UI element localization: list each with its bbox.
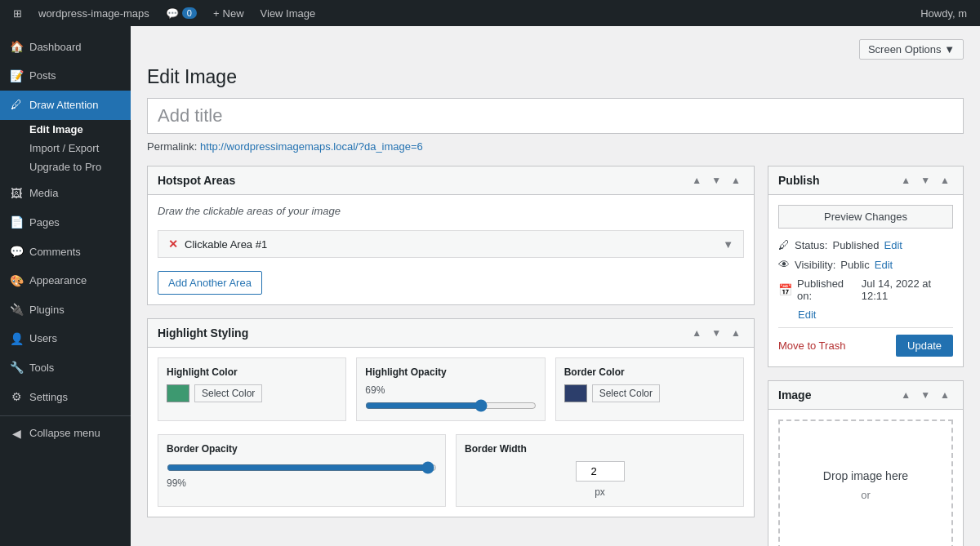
publish-controls: ▲ ▼ ▲	[898, 173, 953, 188]
publish-collapse-down[interactable]: ▼	[917, 173, 933, 188]
highlight-select-label: Select Color	[202, 388, 255, 399]
sidebar-sub-import-export[interactable]: Import / Export	[0, 139, 131, 158]
image-toggle[interactable]: ▲	[937, 388, 953, 402]
sidebar-sub-upgrade-pro[interactable]: Upgrade to Pro	[0, 158, 131, 176]
highlight-collapse-down[interactable]: ▼	[708, 326, 724, 340]
sidebar-item-label: Posts	[29, 69, 56, 83]
border-color-select-btn[interactable]: Select Color	[592, 384, 660, 402]
highlight-styling-header[interactable]: Highlight Styling ▲ ▼ ▲	[148, 319, 754, 348]
published-row: 📅 Published on: Jul 14, 2022 at 12:11	[778, 277, 953, 302]
screen-options-button[interactable]: Screen Options ▼	[859, 39, 964, 60]
sidebar-item-plugins[interactable]: 🔌 Plugins	[0, 295, 131, 325]
highlight-color-swatch[interactable]	[167, 384, 189, 402]
trash-link[interactable]: Move to Trash	[778, 340, 845, 352]
status-edit-link[interactable]: Edit	[884, 239, 902, 251]
border-width-row: px	[465, 461, 735, 498]
border-opacity-item: Border Opacity 99%	[158, 434, 446, 507]
image-header[interactable]: Image ▲ ▼ ▲	[768, 381, 963, 410]
publish-header[interactable]: Publish ▲ ▼ ▲	[768, 166, 963, 195]
highlight-color-row: Select Color	[167, 384, 337, 402]
highlight-opacity-label: Highlight Opacity	[365, 366, 536, 378]
update-button[interactable]: Update	[896, 335, 953, 357]
wp-logo-item[interactable]: ⊞	[7, 0, 29, 26]
image-body: Drop image here or Upload Image Media Li…	[768, 410, 963, 546]
editor-layout: Hotspot Areas ▲ ▼ ▲ Draw the clickable a…	[147, 166, 964, 546]
sidebar-sub-label: Import / Export	[29, 142, 99, 154]
border-width-input-row	[576, 461, 625, 482]
image-collapse-up[interactable]: ▲	[898, 388, 914, 402]
view-image-item[interactable]: View Image	[254, 0, 323, 26]
status-label: Status:	[795, 239, 827, 251]
image-collapse-down[interactable]: ▼	[917, 388, 933, 402]
border-color-label: Border Color	[564, 366, 735, 378]
permalink-link[interactable]: http://wordpressimagemaps.local/?da_imag…	[200, 140, 423, 153]
add-area-button[interactable]: Add Another Area	[158, 271, 262, 295]
comments-icon: 💬	[10, 244, 23, 260]
site-name-label: wordpress-image-maps	[38, 7, 149, 20]
update-label: Update	[907, 340, 942, 352]
metabox-collapse-up[interactable]: ▲	[688, 173, 705, 188]
content-main: Hotspot Areas ▲ ▼ ▲ Draw the clickable a…	[147, 166, 755, 546]
collapse-menu-item[interactable]: ◀ Collapse menu	[0, 419, 131, 449]
sidebar-item-posts[interactable]: 📝 Posts	[0, 62, 131, 91]
howdy-text: Howdy, m	[914, 7, 973, 20]
plus-icon: +	[213, 7, 220, 20]
metabox-collapse-down[interactable]: ▼	[708, 173, 724, 188]
visibility-label: Visibility:	[795, 259, 835, 271]
published-edit-link[interactable]: Edit	[798, 309, 816, 321]
styling-grid-bottom: Border Opacity 99% Border Width	[158, 434, 744, 507]
sidebar: 🏠 Dashboard 📝 Posts 🖊 Draw Attention Edi…	[0, 26, 131, 546]
appearance-icon: 🎨	[10, 273, 23, 290]
highlight-styling-title: Highlight Styling	[158, 326, 248, 340]
border-color-row: Select Color	[564, 384, 735, 402]
image-controls: ▲ ▼ ▲	[898, 388, 953, 402]
sidebar-item-draw-attention[interactable]: 🖊 Draw Attention	[0, 91, 131, 120]
sidebar-item-comments[interactable]: 💬 Comments	[0, 237, 131, 267]
highlight-opacity-slider[interactable]	[365, 399, 536, 412]
site-name-item[interactable]: wordpress-image-maps	[32, 0, 156, 26]
border-width-input[interactable]	[576, 461, 625, 482]
border-color-swatch[interactable]	[564, 384, 587, 402]
draw-attention-icon: 🖊	[10, 97, 23, 113]
drop-or-text: or	[861, 489, 871, 501]
visibility-edit-link[interactable]: Edit	[875, 259, 893, 271]
sidebar-item-dashboard[interactable]: 🏠 Dashboard	[0, 33, 131, 62]
sidebar-item-label: Comments	[29, 245, 81, 260]
sidebar-item-pages[interactable]: 📄 Pages	[0, 208, 131, 237]
sidebar-item-appearance[interactable]: 🎨 Appearance	[0, 267, 131, 296]
highlight-color-select-btn[interactable]: Select Color	[194, 384, 262, 402]
image-title: Image	[778, 388, 811, 402]
comments-count: 0	[182, 7, 197, 19]
posts-icon: 📝	[10, 69, 23, 85]
border-opacity-slider[interactable]	[167, 461, 437, 474]
screen-options-label: Screen Options	[868, 43, 942, 55]
new-item[interactable]: + New	[207, 0, 251, 26]
publish-toggle[interactable]: ▲	[937, 173, 953, 188]
highlight-collapse-up[interactable]: ▲	[688, 326, 705, 340]
highlight-opacity-item: Highlight Opacity 69%	[356, 357, 545, 421]
sidebar-item-users[interactable]: 👤 Users	[0, 325, 131, 354]
sidebar-item-tools[interactable]: 🔧 Tools	[0, 353, 131, 383]
preview-changes-button[interactable]: Preview Changes	[778, 205, 953, 229]
sidebar-item-label: Dashboard	[29, 40, 82, 55]
image-drop-area[interactable]: Drop image here or	[778, 419, 953, 546]
area-delete-btn[interactable]: ✕	[168, 237, 178, 251]
publish-collapse-up[interactable]: ▲	[898, 173, 914, 188]
comments-item[interactable]: 💬 0	[159, 0, 203, 26]
area-expand-btn[interactable]: ▼	[723, 238, 733, 251]
preview-changes-label: Preview Changes	[824, 211, 907, 223]
sidebar-item-media[interactable]: 🖼 Media	[0, 180, 131, 209]
metabox-toggle[interactable]: ▲	[728, 173, 744, 188]
clickable-area-left: ✕ Clickable Area #1	[168, 237, 267, 251]
settings-icon: ⚙	[10, 389, 23, 406]
sidebar-item-settings[interactable]: ⚙ Settings	[0, 383, 131, 412]
highlight-metabox-controls: ▲ ▼ ▲	[688, 326, 744, 340]
sidebar-sub-edit-image[interactable]: Edit Image	[0, 120, 131, 139]
title-input[interactable]	[147, 98, 964, 134]
status-icon: 🖊	[778, 238, 790, 251]
hotspot-areas-header[interactable]: Hotspot Areas ▲ ▼ ▲	[148, 166, 754, 195]
publish-body: Preview Changes 🖊 Status: Published Edit…	[768, 195, 963, 366]
highlight-toggle[interactable]: ▲	[728, 326, 744, 340]
tools-icon: 🔧	[10, 360, 23, 376]
hotspot-areas-metabox: Hotspot Areas ▲ ▼ ▲ Draw the clickable a…	[147, 166, 755, 305]
